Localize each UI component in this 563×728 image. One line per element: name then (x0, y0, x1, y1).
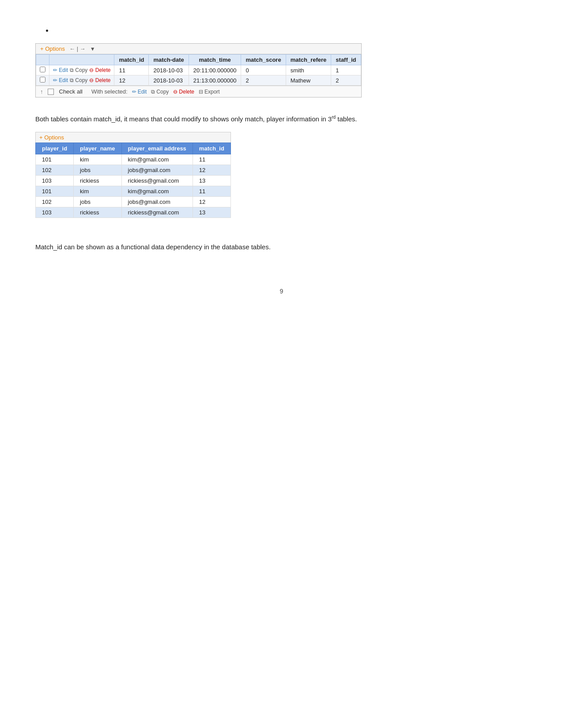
delete-btn[interactable]: ⊖ Delete (89, 67, 110, 73)
player-table-row: 103 rickiess rickiess@gmail.com 13 (36, 175, 231, 186)
player-options-bar[interactable]: + Options (35, 132, 231, 143)
options-link[interactable]: + Options (40, 45, 65, 52)
player-table-row: 101 kim kim@gmail.com 11 (36, 154, 231, 165)
bottom-delete-btn[interactable]: ⊖ Delete (173, 89, 194, 95)
col-checkbox (36, 55, 49, 65)
player-table-row: 102 jobs jobs@gmail.com 12 (36, 165, 231, 175)
body-text-1: Both tables contain match_id, it means t… (35, 113, 528, 125)
bottom-export-btn[interactable]: ⊟ Export (199, 89, 220, 95)
edit-btn[interactable]: ✏ Edit (53, 77, 68, 83)
col-match-refere: match_refere (286, 55, 331, 65)
match-table-container: + Options ← | → ▼ match_id match-date ma… (35, 43, 362, 98)
player-table: player_id player_name player_email addre… (35, 143, 231, 218)
player-options-link[interactable]: + Options (39, 134, 64, 141)
row-checkbox[interactable] (40, 77, 45, 83)
bullet-item (53, 26, 528, 34)
col-staff-id: staff_id (331, 55, 361, 65)
col-match-date: match-date (149, 55, 189, 65)
match-table: match_id match-date match_time match_sco… (36, 54, 361, 86)
col-match-score: match_score (241, 55, 286, 65)
body-text-2: Match_id can be shown as a functional da… (35, 241, 528, 253)
player-col-match-id: match_id (193, 143, 230, 154)
player-col-id: player_id (36, 143, 74, 154)
edit-btn[interactable]: ✏ Edit (53, 67, 68, 73)
match-table-row: ✏ Edit ⧉ Copy ⊖ Delete 12 2018-10-03 21:… (36, 75, 361, 86)
with-selected-label: With selected: (91, 88, 128, 95)
check-all-checkbox[interactable] (48, 89, 54, 95)
check-all-label[interactable]: Check all (59, 88, 83, 95)
superscript: rd (332, 115, 336, 120)
bottom-edit-btn[interactable]: ✏ Edit (132, 89, 147, 95)
copy-btn[interactable]: ⧉ Copy (70, 77, 87, 83)
col-match-id: match_id (114, 55, 149, 65)
player-table-row: 103 rickiess rickiess@gmail.com 13 (36, 207, 231, 218)
player-table-row: 101 kim kim@gmail.com 11 (36, 186, 231, 196)
nav-arrows[interactable]: ← | → (69, 45, 86, 52)
player-col-name: player_name (74, 143, 122, 154)
bottom-copy-btn[interactable]: ⧉ Copy (151, 89, 169, 95)
delete-btn[interactable]: ⊖ Delete (89, 77, 110, 83)
player-col-email: player_email address (121, 143, 193, 154)
match-bottom-bar: ↑ Check all With selected: ✏ Edit ⧉ Copy… (36, 86, 361, 97)
row-checkbox[interactable] (40, 67, 45, 72)
copy-btn[interactable]: ⧉ Copy (70, 67, 87, 73)
player-table-container: + Options player_id player_name player_e… (35, 132, 231, 218)
col-match-time: match_time (189, 55, 241, 65)
sort-dropdown[interactable]: ▼ (90, 46, 95, 52)
page-number: 9 (35, 288, 528, 295)
match-options-bar[interactable]: + Options ← | → ▼ (36, 44, 361, 54)
player-table-row: 102 jobs jobs@gmail.com 12 (36, 196, 231, 207)
up-arrow-icon: ↑ (40, 88, 43, 95)
col-actions (49, 55, 114, 65)
match-table-row: ✏ Edit ⧉ Copy ⊖ Delete 11 2018-10-03 20:… (36, 65, 361, 75)
